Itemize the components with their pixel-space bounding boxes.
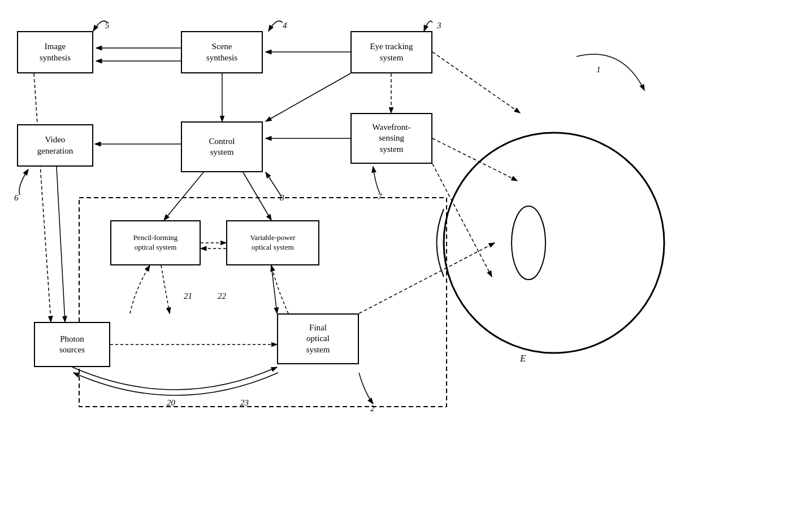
arrow-pencil-to-final-dashed	[161, 265, 170, 313]
arrow-final-to-eye-dashed	[359, 243, 495, 313]
curve-photon-pencil-21	[130, 265, 150, 313]
diagram-container: Imagesynthesis Scenesynthesis Eye tracki…	[0, 0, 801, 532]
variable-power-box: Variable-poweroptical system	[226, 220, 319, 265]
label-6: 6	[14, 193, 19, 203]
arrow-image-to-photon-dashed	[34, 73, 51, 322]
photon-sources-label: Photonsources	[59, 334, 85, 356]
arrow-eye-to-eye-dashed	[432, 52, 520, 113]
label-23: 23	[240, 398, 249, 408]
label-5: 5	[105, 21, 110, 30]
arrow-label-4	[269, 21, 283, 31]
label-2: 2	[370, 404, 375, 413]
diagram-svg	[0, 0, 801, 532]
label-22: 22	[218, 291, 226, 301]
curve-final-photon-bottom	[73, 373, 278, 395]
arrow-label-7	[373, 167, 380, 193]
arrow-label-2	[359, 373, 373, 404]
wavefront-sensing-box: Wavefront-sensingsystem	[350, 113, 432, 164]
label-7: 7	[378, 192, 382, 202]
arrow-label-3	[424, 21, 432, 31]
arrow-label-8	[266, 172, 281, 196]
scene-synthesis-box: Scenesynthesis	[181, 31, 263, 73]
photon-sources-box: Photonsources	[34, 322, 110, 367]
arrow-video-to-photon	[57, 167, 65, 322]
label-3: 3	[437, 21, 441, 30]
control-system-box: Controlsystem	[181, 121, 263, 172]
eye-tracking-box: Eye trackingsystem	[350, 31, 432, 73]
arrow-label-6	[19, 169, 28, 195]
arrow-variable-to-final	[271, 265, 277, 313]
label-4: 4	[283, 21, 287, 30]
eye-lens-ellipse	[512, 206, 545, 280]
image-synthesis-label: Imagesynthesis	[40, 41, 71, 63]
pencil-forming-label: Pencil-formingoptical system	[133, 233, 178, 252]
label-1: 1	[596, 65, 601, 75]
arrow-control-to-pencil	[164, 172, 204, 220]
label-20: 20	[167, 398, 175, 408]
label-21: 21	[184, 291, 192, 301]
wavefront-sensing-label: Wavefront-sensingsystem	[373, 122, 411, 155]
label-8: 8	[280, 193, 284, 203]
arrow-control-to-variable	[243, 172, 271, 220]
scene-synthesis-label: Scenesynthesis	[206, 41, 237, 63]
final-optical-box: Finalopticalsystem	[277, 313, 359, 364]
label-E: E	[520, 353, 526, 364]
video-generation-box: Videogeneration	[17, 124, 93, 167]
pencil-forming-box: Pencil-formingoptical system	[110, 220, 201, 265]
variable-power-label: Variable-poweroptical system	[250, 233, 295, 252]
arrow-label-1	[577, 54, 644, 90]
video-generation-label: Videogeneration	[37, 134, 73, 156]
curve-photon-final-bottom	[72, 367, 277, 390]
arrow-eye-to-control	[266, 73, 350, 121]
image-synthesis-box: Imagesynthesis	[17, 31, 93, 73]
eye-cornea-curve	[437, 209, 444, 277]
final-optical-label: Finalopticalsystem	[306, 322, 330, 356]
control-system-label: Controlsystem	[209, 136, 235, 158]
eye-tracking-label: Eye trackingsystem	[370, 41, 413, 63]
eye-outer-circle	[444, 133, 664, 353]
